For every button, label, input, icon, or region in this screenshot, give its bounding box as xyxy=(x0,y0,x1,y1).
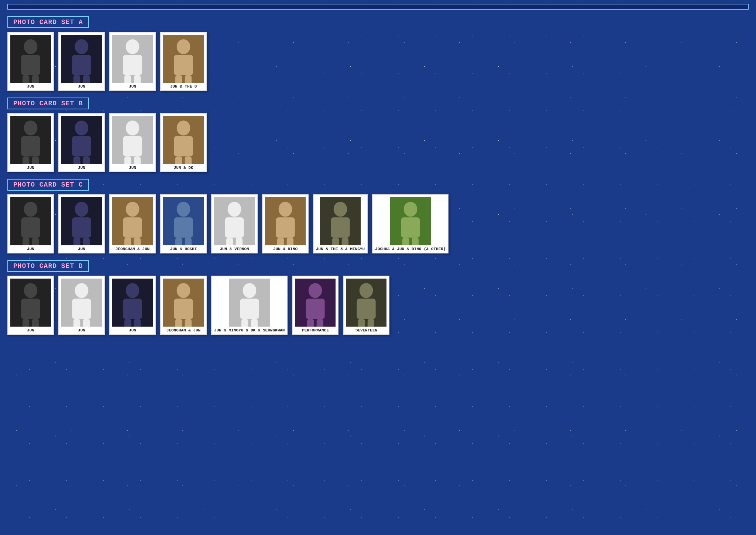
caption-d5: JUN & MINGYU & DK & SEUNGKWAN xyxy=(214,328,285,333)
photo-area-c5 xyxy=(214,197,255,245)
svg-rect-69 xyxy=(287,238,293,245)
caption-d6: PERFORMANCE xyxy=(295,328,336,333)
svg-rect-47 xyxy=(72,217,91,238)
photo-card-c2: JUN xyxy=(58,194,105,253)
svg-point-76 xyxy=(403,202,417,217)
svg-rect-112 xyxy=(357,299,376,319)
svg-rect-72 xyxy=(331,217,350,238)
section-set-a: PHOTO CARD SET A JUN JUN JUN JUN & THE 8 xyxy=(7,16,749,91)
svg-rect-48 xyxy=(73,238,80,245)
photo-area-c6 xyxy=(265,197,306,245)
svg-rect-108 xyxy=(307,319,314,327)
svg-rect-44 xyxy=(32,238,39,245)
svg-rect-103 xyxy=(241,319,248,327)
svg-rect-42 xyxy=(21,217,40,238)
photo-card-c4: JUN & HOSHI xyxy=(160,194,207,253)
photo-area-d5 xyxy=(229,279,270,327)
svg-rect-19 xyxy=(185,75,192,83)
page-header xyxy=(7,4,749,10)
svg-rect-64 xyxy=(236,238,243,245)
caption-b1: JUN xyxy=(10,166,51,170)
svg-rect-18 xyxy=(175,75,182,83)
photo-area-c7 xyxy=(320,197,361,245)
svg-rect-62 xyxy=(225,217,244,238)
photo-card-d2: JUN xyxy=(58,276,105,335)
photo-card-d5: JUN & MINGYU & DK & SEUNGKWAN xyxy=(211,276,288,335)
card-row-set-d: JUN JUN JUN JEONGHAN & JUN JUN & MINGYU … xyxy=(7,276,749,335)
svg-rect-29 xyxy=(83,156,90,164)
caption-c1: JUN xyxy=(10,247,51,251)
photo-area-c4 xyxy=(163,197,204,245)
section-label-set-b: PHOTO CARD SET B xyxy=(7,98,89,109)
caption-d4: JEONGHAN & JUN xyxy=(163,328,204,333)
svg-rect-94 xyxy=(134,319,141,327)
svg-rect-23 xyxy=(23,156,29,164)
svg-rect-68 xyxy=(277,238,284,245)
svg-point-41 xyxy=(24,202,38,217)
svg-rect-102 xyxy=(240,299,259,319)
caption-c4: JUN & HOSHI xyxy=(163,247,204,251)
photo-card-a1: JUN xyxy=(7,32,54,91)
svg-point-81 xyxy=(24,283,38,298)
svg-rect-12 xyxy=(123,55,142,75)
caption-a4: JUN & THE 8 xyxy=(163,84,204,89)
svg-rect-83 xyxy=(23,319,29,327)
photo-card-d7: SEVENTEEN xyxy=(343,276,389,335)
svg-rect-28 xyxy=(73,156,80,164)
svg-rect-78 xyxy=(402,238,409,245)
svg-rect-39 xyxy=(185,156,192,164)
photo-card-c8: JOSHUA & JUN & DINO (& OTHER) xyxy=(372,194,449,253)
photo-area-d6 xyxy=(295,279,336,327)
caption-b2: JUN xyxy=(61,166,102,170)
section-label-set-c: PHOTO CARD SET C xyxy=(7,179,89,191)
svg-rect-49 xyxy=(83,238,90,245)
svg-rect-24 xyxy=(32,156,39,164)
svg-rect-88 xyxy=(73,319,80,327)
svg-rect-79 xyxy=(412,238,418,245)
photo-area-c2 xyxy=(61,197,102,245)
photo-card-d4: JEONGHAN & JUN xyxy=(160,276,207,335)
caption-d7: SEVENTEEN xyxy=(346,328,386,333)
svg-rect-82 xyxy=(21,299,40,319)
svg-point-11 xyxy=(126,39,140,54)
photo-area-a3 xyxy=(112,35,153,83)
photo-area-d1 xyxy=(10,279,51,327)
svg-point-61 xyxy=(228,202,241,217)
svg-rect-63 xyxy=(226,238,233,245)
svg-rect-17 xyxy=(174,55,193,75)
svg-rect-99 xyxy=(185,319,192,327)
caption-a3: JUN xyxy=(112,84,153,89)
svg-point-71 xyxy=(334,202,347,217)
photo-card-d3: JUN xyxy=(109,276,156,335)
svg-point-111 xyxy=(360,283,373,298)
svg-rect-89 xyxy=(83,319,90,327)
svg-point-96 xyxy=(177,283,190,298)
svg-point-6 xyxy=(75,39,89,54)
svg-rect-74 xyxy=(342,238,348,245)
photo-area-b2 xyxy=(61,116,102,164)
photo-card-b1: JUN xyxy=(7,113,54,172)
caption-c3: JEONGHAN & JUN xyxy=(112,247,153,251)
svg-point-36 xyxy=(177,120,190,135)
section-set-c: PHOTO CARD SET C JUN JUN JEONGHAN & JUN … xyxy=(7,179,749,253)
photo-area-c8 xyxy=(390,197,431,245)
card-row-set-c: JUN JUN JEONGHAN & JUN JUN & HOSHI JUN &… xyxy=(7,194,749,253)
caption-c8: JOSHUA & JUN & DINO (& OTHER) xyxy=(375,247,446,251)
svg-rect-7 xyxy=(72,55,91,75)
svg-rect-58 xyxy=(175,238,182,245)
photo-area-b1 xyxy=(10,116,51,164)
section-label-set-d: PHOTO CARD SET D xyxy=(7,260,89,272)
caption-b3: JUN xyxy=(112,166,153,170)
caption-d1: JUN xyxy=(10,328,51,333)
photo-card-c3: JEONGHAN & JUN xyxy=(109,194,156,253)
section-label-set-a: PHOTO CARD SET A xyxy=(7,16,89,28)
caption-d3: JUN xyxy=(112,328,153,333)
photo-area-b4 xyxy=(163,116,204,164)
photo-card-a4: JUN & THE 8 xyxy=(160,32,207,91)
photo-card-a2: JUN xyxy=(58,32,105,91)
svg-rect-59 xyxy=(185,238,192,245)
svg-point-21 xyxy=(24,120,38,135)
page-wrapper: PHOTO CARD SET A JUN JUN JUN JUN & THE 8… xyxy=(0,0,756,345)
svg-rect-104 xyxy=(251,319,257,327)
photo-card-c6: JUN & DINO xyxy=(262,194,309,253)
